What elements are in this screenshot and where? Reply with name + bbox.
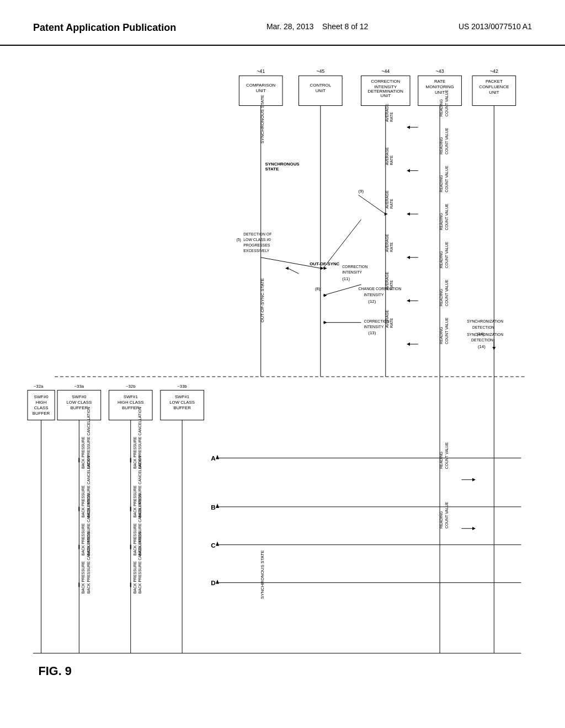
page: Patent Application Publication Mar. 28, … bbox=[0, 0, 565, 728]
svg-text:COUNT VALUE: COUNT VALUE bbox=[445, 502, 449, 529]
svg-text:BACK PRESSURE: BACK PRESSURE bbox=[133, 523, 137, 556]
svg-text:SYNCHRONOUS STATE: SYNCHRONOUS STATE bbox=[260, 550, 265, 599]
svg-marker-164 bbox=[324, 266, 327, 270]
svg-text:(14): (14) bbox=[478, 344, 486, 349]
svg-text:COUNT VALUE: COUNT VALUE bbox=[445, 442, 449, 469]
svg-text:CORRECTION: CORRECTION bbox=[371, 79, 400, 84]
svg-text:RATE: RATE bbox=[390, 318, 393, 328]
svg-text:UNIT: UNIT bbox=[435, 90, 445, 95]
svg-text:AVERAGE: AVERAGE bbox=[385, 147, 389, 165]
svg-text:BACK PRESSURE: BACK PRESSURE bbox=[81, 523, 85, 556]
svg-text:(8): (8) bbox=[315, 286, 321, 291]
figure-9-svg: FIG. 9 ~42 PACKET CONFLUENCE UNIT ~43 RA… bbox=[17, 57, 548, 697]
svg-text:COUNT VALUE: COUNT VALUE bbox=[445, 317, 449, 344]
publication-date: Mar. 28, 2013 bbox=[266, 22, 314, 31]
svg-text:READING: READING bbox=[439, 289, 443, 306]
svg-text:READING: READING bbox=[439, 251, 443, 268]
svg-text:COMPARISON: COMPARISON bbox=[246, 83, 275, 88]
svg-text:DETECTION: DETECTION bbox=[472, 325, 494, 329]
svg-text:BACK PRESSURE CANCELLATION: BACK PRESSURE CANCELLATION bbox=[87, 532, 90, 594]
svg-text:COUNT VALUE: COUNT VALUE bbox=[445, 127, 449, 154]
svg-marker-157 bbox=[472, 527, 476, 530]
svg-text:(13): (13) bbox=[368, 330, 376, 335]
svg-text:RATE: RATE bbox=[390, 155, 393, 165]
svg-text:SYNCHRONOUS: SYNCHRONOUS bbox=[265, 162, 300, 167]
svg-text:DETECTION: DETECTION bbox=[471, 338, 493, 342]
svg-text:PROGRESSES: PROGRESSES bbox=[243, 243, 270, 247]
svg-text:READING: READING bbox=[439, 452, 443, 469]
patent-number: US 2013/0077510 A1 bbox=[459, 22, 532, 31]
svg-text:RATE: RATE bbox=[390, 242, 393, 252]
svg-text:CONFLUENCE: CONFLUENCE bbox=[479, 84, 509, 89]
svg-marker-151 bbox=[407, 299, 410, 302]
svg-text:~32b: ~32b bbox=[126, 384, 136, 389]
svg-text:READING: READING bbox=[439, 327, 443, 344]
svg-text:BACK PRESSURE: BACK PRESSURE bbox=[133, 436, 137, 469]
svg-text:BUFFER: BUFFER bbox=[33, 411, 50, 416]
svg-text:~41: ~41 bbox=[257, 68, 265, 74]
svg-text:READING: READING bbox=[439, 175, 443, 192]
svg-text:HIGH CLASS: HIGH CLASS bbox=[118, 400, 144, 405]
svg-text:(11): (11) bbox=[342, 276, 350, 281]
svg-text:RATE: RATE bbox=[390, 199, 393, 208]
svg-text:~45: ~45 bbox=[316, 68, 324, 74]
svg-text:STATE: STATE bbox=[265, 167, 279, 172]
svg-text:INTENSITY: INTENSITY bbox=[364, 293, 383, 297]
svg-marker-114 bbox=[216, 455, 219, 459]
svg-text:D: D bbox=[211, 579, 216, 586]
svg-text:A: A bbox=[211, 454, 216, 462]
svg-text:SWF#1: SWF#1 bbox=[124, 394, 138, 399]
svg-text:BACK PRESSURE CANCELLATION: BACK PRESSURE CANCELLATION bbox=[138, 532, 142, 594]
svg-text:(5): (5) bbox=[236, 238, 241, 242]
svg-text:(9): (9) bbox=[359, 189, 364, 194]
svg-text:LOW CLASS: LOW CLASS bbox=[66, 400, 92, 405]
svg-text:RATE: RATE bbox=[390, 112, 393, 122]
svg-text:BACK PRESSURE: BACK PRESSURE bbox=[133, 561, 137, 593]
svg-text:CONTROL: CONTROL bbox=[310, 83, 332, 88]
svg-text:UNIT: UNIT bbox=[316, 88, 326, 93]
svg-text:BACK PRESSURE: BACK PRESSURE bbox=[81, 561, 85, 593]
svg-text:BACK PRESSURE: BACK PRESSURE bbox=[81, 485, 85, 518]
svg-marker-145 bbox=[407, 169, 410, 172]
svg-text:UNIT: UNIT bbox=[489, 90, 499, 95]
svg-text:READING: READING bbox=[439, 99, 443, 116]
svg-text:COUNT VALUE: COUNT VALUE bbox=[445, 280, 449, 307]
svg-marker-170 bbox=[285, 266, 289, 270]
svg-text:INTENSITY: INTENSITY bbox=[364, 325, 383, 329]
svg-text:RATE: RATE bbox=[434, 79, 445, 84]
svg-text:(12): (12) bbox=[368, 299, 376, 304]
svg-text:DETECTION OF: DETECTION OF bbox=[243, 232, 271, 236]
svg-text:SWF#1: SWF#1 bbox=[175, 394, 189, 399]
svg-marker-147 bbox=[407, 212, 410, 216]
svg-marker-117 bbox=[216, 504, 219, 508]
svg-marker-123 bbox=[216, 580, 219, 584]
svg-text:CLASS: CLASS bbox=[34, 405, 49, 410]
svg-text:READING: READING bbox=[439, 213, 443, 230]
svg-text:BUFFER: BUFFER bbox=[173, 405, 191, 410]
svg-text:OUT-OF-SYNC: OUT-OF-SYNC bbox=[310, 261, 339, 266]
svg-marker-149 bbox=[407, 256, 410, 259]
svg-text:BUFFER: BUFFER bbox=[122, 405, 140, 410]
page-header: Patent Application Publication Mar. 28, … bbox=[0, 0, 565, 46]
svg-text:EXCESSIVELY: EXCESSIVELY bbox=[243, 249, 269, 253]
svg-text:UNIT: UNIT bbox=[256, 88, 266, 93]
figure-label: FIG. 9 bbox=[39, 664, 72, 678]
svg-text:SYNCHRONIZATION: SYNCHRONIZATION bbox=[467, 319, 503, 323]
svg-marker-99 bbox=[385, 212, 388, 216]
header-meta: Mar. 28, 2013 Sheet 8 of 12 bbox=[266, 22, 368, 31]
svg-text:~33a: ~33a bbox=[74, 384, 84, 389]
svg-text:~43: ~43 bbox=[436, 68, 444, 74]
svg-text:~32a: ~32a bbox=[34, 384, 44, 389]
svg-line-98 bbox=[359, 195, 386, 214]
svg-marker-155 bbox=[472, 478, 476, 481]
svg-marker-159 bbox=[492, 347, 495, 350]
svg-text:BACK PRESSURE: BACK PRESSURE bbox=[133, 485, 137, 518]
svg-text:AVERAGE: AVERAGE bbox=[385, 104, 389, 122]
svg-text:UNIT: UNIT bbox=[381, 93, 391, 98]
svg-text:SYNCHRONIZATION: SYNCHRONIZATION bbox=[467, 333, 503, 336]
publication-title: Patent Application Publication bbox=[33, 22, 176, 34]
svg-text:CORRECTION: CORRECTION bbox=[364, 319, 389, 323]
svg-text:COUNT VALUE: COUNT VALUE bbox=[445, 165, 449, 192]
svg-text:OUT-OF-SYNC STATE: OUT-OF-SYNC STATE bbox=[260, 278, 265, 323]
svg-text:HIGH: HIGH bbox=[36, 400, 47, 405]
